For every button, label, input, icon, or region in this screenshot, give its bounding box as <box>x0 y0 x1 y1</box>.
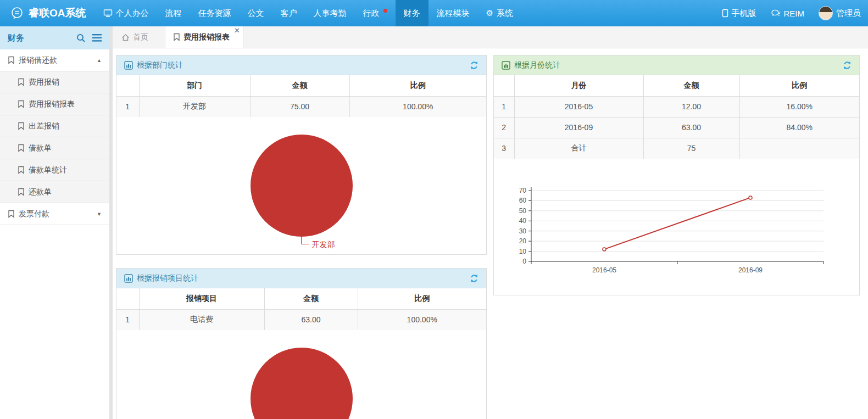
pie-label-line <box>301 236 309 244</box>
sidebar-item-loan-form[interactable]: 借款单 <box>0 137 109 159</box>
phone-icon <box>722 9 728 18</box>
refresh-icon[interactable] <box>470 274 478 283</box>
nav-item-finance[interactable]: 财务 <box>396 0 429 26</box>
month-line-chart-area: 0102030405060702016-052016-09 <box>494 159 859 295</box>
user-menu[interactable]: 管理员 <box>811 0 868 26</box>
table-row: 2 2016-09 63.00 84.00% <box>494 117 859 138</box>
nav-item-customer[interactable]: 客户 <box>272 0 305 26</box>
nav-item-workflow[interactable]: 流程 <box>157 0 190 26</box>
pie-slice-dept[interactable] <box>251 135 353 237</box>
sidebar-header: 财务 <box>0 26 109 49</box>
sidebar-item-repayment-form[interactable]: 还款单 <box>0 181 109 203</box>
sidebar-item-travel-reimburse[interactable]: 出差报销 <box>0 115 109 137</box>
nav-item-hr-attendance[interactable]: 人事考勤 <box>305 0 355 26</box>
table-header-row: 部门 金额 比例 <box>116 75 486 96</box>
reim-button[interactable]: REIM <box>764 0 812 26</box>
bookmark-icon <box>18 78 25 86</box>
refresh-icon[interactable] <box>843 61 852 70</box>
tab-expense-report[interactable]: 费用报销报表 ✕ <box>165 26 243 48</box>
panel-item-stats: 根据报销项目统计 报销项目 金额 比例 1 电话费 <box>116 268 487 419</box>
panel-title: 根据报销项目统计 <box>137 273 198 283</box>
sidebar-item-expense-report[interactable]: 费用报销报表 <box>0 93 109 115</box>
gear-icon: ⚙ <box>486 8 493 18</box>
svg-text:50: 50 <box>519 207 527 215</box>
table-header-row: 报销项目 金额 比例 <box>116 288 486 309</box>
bar-chart-icon <box>502 61 510 70</box>
brand-title: 睿联OA系统 <box>29 6 86 20</box>
sidebar-group-invoice-payment[interactable]: 发票付款 ▼ <box>0 203 109 225</box>
item-table: 报销项目 金额 比例 1 电话费 63.00 100.00% <box>116 288 486 330</box>
menu-icon[interactable] <box>92 34 102 42</box>
tab-home[interactable]: 首页 <box>113 26 157 48</box>
bookmark-icon <box>173 33 180 41</box>
tab-bar: 首页 费用报销报表 ✕ <box>113 26 868 48</box>
item-pie-chart <box>116 330 486 419</box>
bookmark-icon <box>18 100 25 108</box>
sidebar-group-reimburse-loan[interactable]: 报销借还款 ▲ <box>0 49 109 71</box>
mobile-version-button[interactable]: 手机版 <box>715 0 764 26</box>
app-brand[interactable]: 睿联OA系统 <box>0 0 95 26</box>
sidebar-item-expense-reimburse[interactable]: 费用报销 <box>0 71 109 93</box>
dept-table: 部门 金额 比例 1 开发部 75.00 100.00% <box>116 75 486 117</box>
caret-down-icon: ▼ <box>97 211 102 217</box>
sidebar: 财务 报销借还款 ▲ 费用报销 费用报销报表 出差报销 借款单 <box>0 26 109 419</box>
sidebar-item-loan-stats[interactable]: 借款单统计 <box>0 159 109 181</box>
main-area: 首页 费用报销报表 ✕ 根据部门统计 <box>113 26 868 419</box>
brand-logo-icon <box>10 6 24 20</box>
bar-chart-icon <box>124 61 133 70</box>
bookmark-icon <box>18 188 25 196</box>
panel-month-header: 根据月份统计 <box>494 55 859 75</box>
panel-title: 根据月份统计 <box>514 60 560 70</box>
table-row: 1 2016-05 12.00 16.00% <box>494 96 859 117</box>
nav-item-workflow-module[interactable]: 流程模块 <box>429 0 478 26</box>
navbar-right: 手机版 REIM 管理员 <box>715 0 868 26</box>
refresh-icon[interactable] <box>470 61 478 70</box>
nav-item-task-resource[interactable]: 任务资源 <box>190 0 240 26</box>
svg-text:10: 10 <box>519 248 527 255</box>
right-column: 根据月份统计 月份 金额 比例 1 2016-05 <box>493 55 860 419</box>
search-icon[interactable] <box>76 33 86 43</box>
table-row: 1 开发部 75.00 100.00% <box>116 96 486 117</box>
app-frame: 财务 报销借还款 ▲ 费用报销 费用报销报表 出差报销 借款单 <box>0 26 868 419</box>
user-avatar <box>819 6 833 20</box>
home-icon <box>121 33 130 41</box>
content-area: 根据部门统计 部门 金额 比例 1 开发部 <box>113 48 868 419</box>
row-index-header <box>116 75 139 96</box>
dept-pie-chart: 开发部 <box>116 117 486 254</box>
bookmark-icon <box>8 56 15 64</box>
panel-dept-header: 根据部门统计 <box>116 55 486 75</box>
pie-label: 开发部 <box>312 240 335 250</box>
pie-slice-item[interactable] <box>251 348 353 419</box>
notification-dot <box>383 9 387 13</box>
panel-month-stats: 根据月份统计 月份 金额 比例 1 2016-05 <box>493 55 860 295</box>
bookmark-icon <box>18 166 25 174</box>
svg-text:2016-09: 2016-09 <box>738 266 763 274</box>
svg-text:20: 20 <box>519 237 527 245</box>
month-table: 月份 金额 比例 1 2016-05 12.00 16.00% 2 20 <box>494 75 859 159</box>
nav-item-personal-office[interactable]: 个人办公 <box>95 0 157 26</box>
panel-dept-stats: 根据部门统计 部门 金额 比例 1 开发部 <box>116 55 487 255</box>
tab-close-icon[interactable]: ✕ <box>234 27 240 34</box>
month-line-chart[interactable]: 0102030405060702016-052016-09 <box>497 181 854 290</box>
svg-text:2016-05: 2016-05 <box>592 266 616 274</box>
desktop-icon <box>103 9 113 18</box>
svg-text:40: 40 <box>519 217 527 225</box>
caret-up-icon: ▲ <box>97 58 102 63</box>
bookmark-icon <box>18 122 25 130</box>
left-column: 根据部门统计 部门 金额 比例 1 开发部 <box>116 55 487 419</box>
main-menu: 个人办公 流程 任务资源 公文 客户 人事考勤 行政 财务 流程模块 ⚙ 系统 <box>95 0 521 26</box>
panel-title: 根据部门统计 <box>137 60 183 70</box>
row-index-header <box>116 288 139 309</box>
row-index-header <box>494 75 514 96</box>
nav-item-system[interactable]: ⚙ 系统 <box>478 0 521 26</box>
table-row: 3 合计 75 <box>494 138 859 159</box>
nav-item-official-doc[interactable]: 公文 <box>240 0 272 26</box>
bar-chart-icon <box>124 274 133 283</box>
nav-item-administration[interactable]: 行政 <box>355 0 396 26</box>
sidebar-title: 财务 <box>8 33 24 43</box>
panel-item-header: 根据报销项目统计 <box>116 269 486 288</box>
svg-text:0: 0 <box>522 258 526 265</box>
svg-text:30: 30 <box>519 227 527 235</box>
bookmark-icon <box>8 210 15 218</box>
table-header-row: 月份 金额 比例 <box>494 75 859 96</box>
